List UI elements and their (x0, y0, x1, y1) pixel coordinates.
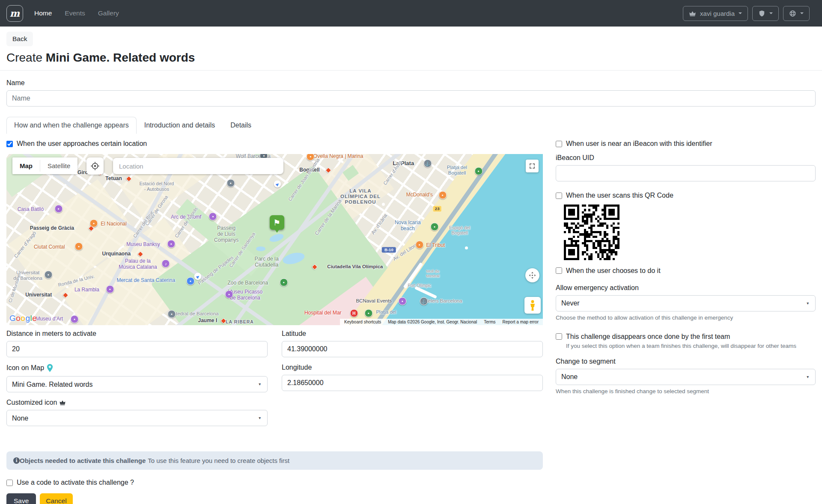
longitude-label: Longitude (282, 364, 543, 371)
name-label: Name (6, 79, 816, 87)
map-label: Tetuan (105, 176, 122, 182)
terms-link[interactable]: Terms (484, 320, 495, 324)
customized-icon-select-wrap: None (6, 410, 268, 426)
nav-link-gallery[interactable]: Gallery (98, 9, 119, 17)
use-code-checkbox[interactable] (6, 480, 13, 486)
nav-link-events[interactable]: Events (65, 9, 85, 17)
segment-label: Change to segment (556, 358, 816, 365)
objects-alert-bold: Objects needed to activate this challeng… (20, 457, 146, 464)
disappears-label: This challenge disappears once done by t… (566, 333, 730, 341)
map-poi-marker: • (186, 277, 194, 285)
map-type-satellite-button[interactable]: Satellite (40, 157, 77, 174)
map-location-search-input[interactable] (113, 158, 283, 174)
globe-icon (789, 10, 796, 17)
left-column: When the user approaches certain locatio… (6, 140, 543, 504)
map-poi-marker: • (398, 297, 406, 305)
shield-icon (758, 10, 765, 17)
qr-code-image (564, 205, 816, 260)
customized-icon-select[interactable]: None (6, 410, 268, 426)
fullscreen-button[interactable] (526, 160, 539, 172)
admin-menu-button[interactable] (752, 6, 779, 21)
map-label: B-10 (382, 247, 396, 253)
customized-icon-label: Customized icon (6, 399, 268, 406)
map-type-map-button[interactable]: Map (12, 157, 40, 174)
back-button[interactable]: Back (6, 32, 33, 46)
tab-details[interactable]: Details (223, 117, 259, 134)
nav-link-home[interactable]: Home (34, 9, 52, 17)
use-code-label: Use a code to activate this challenge ? (17, 479, 134, 486)
emergency-label: Allow emergency activation (556, 284, 816, 292)
segment-select[interactable]: None (556, 369, 816, 385)
longitude-input[interactable] (282, 375, 543, 391)
report-map-error-link[interactable]: Report a map error (503, 320, 539, 324)
ibeacon-row: When user is near an iBeacon with this i… (556, 140, 816, 148)
approach-location-checkbox[interactable] (6, 141, 13, 147)
language-menu-button[interactable] (783, 6, 810, 21)
map-label: C/ de Muntaner (7, 272, 22, 303)
map-poi-marker: • (280, 279, 288, 287)
disappears-checkbox[interactable] (556, 333, 562, 340)
pan-control-button[interactable] (525, 268, 539, 282)
map-poi-marker: H (350, 309, 358, 317)
latitude-input[interactable] (282, 341, 543, 357)
objects-needed-alert: iObjects needed to activate this challen… (6, 451, 543, 470)
map-poi-marker: • (225, 291, 233, 299)
emergency-select-wrap: Never (556, 295, 816, 311)
map-poi-marker: ⚓ (423, 160, 432, 168)
tab-how-and-when[interactable]: How and when the challenge appears (6, 117, 137, 134)
emergency-select[interactable]: Never (556, 295, 816, 311)
map-label: Av. d'Icària (370, 213, 389, 235)
keyboard-shortcuts-link[interactable]: Keyboard shortcuts (344, 320, 381, 324)
ibeacon-checkbox[interactable] (556, 141, 562, 147)
google-map[interactable]: Wolf BarcelonaL'Ovella Negra | MarinaLa … (6, 154, 543, 325)
page-title: Create Mini Game. Related words (6, 51, 816, 65)
map-attribution: Keyboard shortcuts Map data ©2026 Google… (340, 319, 543, 325)
map-label: Museu d'Art (36, 316, 63, 322)
app-logo[interactable]: m (6, 5, 23, 22)
save-button[interactable]: Save (6, 493, 36, 504)
map-poi-marker: ⚓ (420, 297, 428, 305)
challenge-location-flag-marker[interactable]: ⚑ (270, 215, 284, 230)
ibeacon-uid-input[interactable] (556, 165, 816, 181)
street-view-pegman-button[interactable] (524, 297, 541, 314)
use-code-row: Use a code to activate this challenge ? (6, 479, 543, 486)
map-data-text: Map data ©2026 Google, Inst. Geogr. Naci… (388, 320, 477, 324)
tab-introduction[interactable]: Introduction and details (137, 117, 223, 134)
map-poi-marker: ▶ (194, 273, 202, 280)
top-navbar: m Home Events Gallery xavi guardia (0, 0, 822, 27)
user-menu-button[interactable]: xavi guardia (683, 6, 748, 21)
map-pond (256, 246, 265, 251)
name-input[interactable] (6, 90, 816, 107)
chevron-down-icon (769, 12, 773, 14)
map-poi-marker: ♪ (162, 260, 170, 268)
objects-alert-text: To use this feature you need to create o… (148, 457, 289, 464)
icon-on-map-select[interactable]: Mini Game. Related words (6, 376, 268, 392)
ibeacon-uid-label: iBeacon UID (556, 154, 816, 162)
map-label: McDonald's (406, 192, 433, 198)
icon-on-map-select-wrap: Mini Game. Related words (6, 376, 268, 392)
map-poi-marker: • (167, 310, 176, 318)
info-icon: i (13, 457, 20, 464)
map-label: Casa Batlló (18, 207, 44, 213)
pegman-icon (528, 300, 537, 311)
my-location-button[interactable] (86, 157, 104, 175)
distance-input[interactable] (6, 341, 268, 357)
map-poi-marker: • (430, 223, 438, 231)
map-poi-marker: • (438, 191, 447, 199)
qr-checkbox[interactable] (556, 193, 562, 199)
chooses-checkbox[interactable] (556, 267, 562, 274)
crown-icon (689, 10, 696, 17)
map-pin-icon (46, 364, 54, 373)
segment-select-wrap: None (556, 369, 816, 385)
icon-on-map-label: Icon on Map (6, 364, 268, 373)
disappears-help: If you select this option when a team fi… (566, 343, 816, 349)
app-logo-glyph: m (10, 8, 20, 19)
map-poi-marker: • (209, 213, 217, 221)
map-poi-marker: • (167, 240, 175, 248)
cancel-button[interactable]: Cancel (40, 493, 72, 504)
map-poi-marker: • (44, 271, 52, 279)
distance-label: Distance in meters to activate (6, 330, 268, 338)
map-poi-marker: • (226, 179, 235, 187)
map-type-control: Map Satellite (12, 157, 77, 174)
map-poi-marker: • (474, 167, 482, 175)
